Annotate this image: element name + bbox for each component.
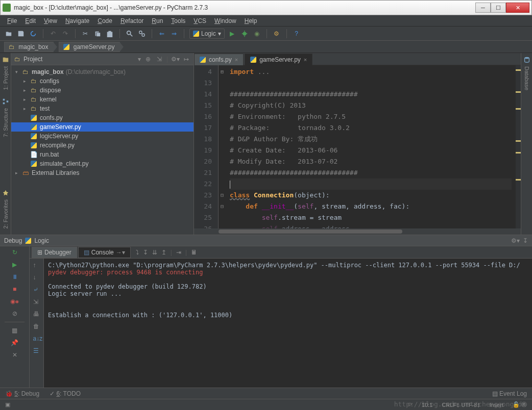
tree-item[interactable]: logicServer.py (11, 132, 194, 141)
filter-icon[interactable]: ☰ (33, 347, 40, 354)
help-icon[interactable]: ? (292, 29, 301, 38)
line-separator[interactable]: CRLF‡ UTF-8‡ (442, 402, 480, 408)
tree-item[interactable]: ▸🗀configs (11, 76, 194, 86)
paste-icon[interactable] (105, 29, 114, 38)
chevron-down-icon[interactable]: ▾ (138, 56, 141, 63)
warning-marker[interactable] (516, 179, 521, 181)
project-view-icon[interactable]: 🗀 (14, 56, 20, 63)
console-tab[interactable]: ▤ Console →▾ (78, 247, 131, 258)
run-button[interactable]: ▶ (228, 29, 237, 38)
back-icon[interactable]: ⇐ (157, 29, 166, 38)
menu-file[interactable]: File (3, 16, 21, 25)
collapse-icon[interactable]: ⇲ (155, 55, 163, 63)
close-tab-icon[interactable]: × (304, 57, 307, 63)
close-icon[interactable]: ✕ (11, 351, 19, 359)
save-icon[interactable] (16, 29, 26, 38)
tree-item[interactable]: ▾🗀magic_box(D:\clutter\magic_box) (11, 67, 194, 76)
maximize-button[interactable]: ☐ (491, 3, 506, 13)
hide-icon[interactable]: ↦ (182, 55, 190, 63)
menu-view[interactable]: View (40, 16, 61, 25)
open-icon[interactable] (4, 29, 13, 38)
code-area[interactable]: import ...##############################… (226, 65, 516, 228)
menu-tools[interactable]: Tools (167, 16, 189, 25)
step-out-icon[interactable]: ↥ (161, 249, 166, 256)
warning-marker[interactable] (516, 140, 521, 142)
find-icon[interactable] (125, 29, 134, 38)
event-log-button[interactable]: ▤ Event Log (492, 390, 527, 397)
tool-windows-icon[interactable]: ▣ (5, 401, 10, 408)
run-config-selector[interactable]: Logic ▾ (189, 29, 225, 39)
scroll-to-end-icon[interactable]: ⇲ (33, 298, 40, 305)
clear-icon[interactable]: 🗑 (33, 323, 40, 330)
settings-icon[interactable]: ⚙ (272, 29, 281, 38)
project-tree[interactable]: ▾🗀magic_box(D:\clutter\magic_box)▸🗀confi… (11, 65, 194, 235)
tree-item[interactable]: ▸🗀test (11, 104, 194, 113)
tree-item[interactable]: ▸🗀kernel (11, 95, 194, 104)
tree-item[interactable]: ▸🗀dispose (11, 86, 194, 95)
tree-item[interactable]: ▸🗃External Libraries (11, 168, 194, 177)
down-icon[interactable]: ↓ (33, 274, 40, 281)
editor-tab[interactable]: confs.py× (194, 54, 244, 65)
pin-icon[interactable]: 📌 (11, 339, 19, 347)
cut-icon[interactable]: ✂ (81, 29, 90, 38)
editor-tab[interactable]: gameServer.py× (245, 54, 312, 65)
tree-item[interactable]: gameServer.py (11, 122, 194, 132)
breadcrumb-item[interactable]: gameServer.py (59, 42, 120, 52)
menu-refactor[interactable]: Refactor (116, 16, 148, 25)
view-breakpoints-icon[interactable]: ◉◉ (11, 297, 19, 305)
console-output[interactable]: C:\Python27\python.exe "D:\program\PyCha… (44, 259, 532, 388)
scrollbar-thumb[interactable] (219, 229, 402, 234)
mute-breakpoints-icon[interactable]: ⊘ (11, 310, 19, 318)
close-button[interactable]: ✕ (506, 3, 529, 13)
menu-code[interactable]: Code (93, 16, 116, 25)
breadcrumb-item[interactable]: 🗀 magic_box (4, 42, 54, 52)
menu-window[interactable]: Window (210, 16, 240, 25)
editor-body[interactable]: 41314151617181920212223242526 ⊞⊟⊟ import… (194, 65, 521, 228)
force-step-into-icon[interactable]: ⇊ (152, 249, 157, 256)
favorites-tool-button[interactable]: 2: Favorites (2, 189, 9, 230)
debug-button[interactable] (240, 29, 249, 38)
stop-icon[interactable]: ■ (11, 285, 19, 293)
fold-column[interactable]: ⊞⊟⊟ (219, 65, 226, 228)
run-to-cursor-icon[interactable]: ⇥ (176, 249, 181, 256)
redo-icon[interactable]: ↷ (61, 29, 70, 38)
close-tab-icon[interactable]: × (235, 57, 238, 63)
replace-icon[interactable] (137, 29, 147, 38)
gear-icon[interactable]: ⚙▾ (511, 237, 520, 244)
hide-icon[interactable]: ↧ (523, 237, 528, 244)
menu-edit[interactable]: Edit (21, 16, 40, 25)
tree-item[interactable]: recompile.py (11, 141, 194, 150)
structure-tool-button[interactable]: 7: Structure (2, 98, 9, 139)
forward-icon[interactable]: ⇒ (170, 29, 179, 38)
sync-icon[interactable] (29, 29, 38, 38)
layout-icon[interactable]: ▦ (11, 326, 19, 335)
coverage-icon[interactable]: ◉ (252, 29, 261, 38)
undo-icon[interactable]: ↶ (49, 29, 58, 38)
tree-item[interactable]: 📄run.bat (11, 150, 194, 159)
evaluate-icon[interactable]: 🖩 (191, 249, 197, 256)
copy-icon[interactable] (93, 29, 102, 38)
print-icon[interactable]: 🖶 (33, 311, 40, 318)
error-stripe[interactable] (516, 65, 521, 228)
gear-icon[interactable]: ⚙▾ (171, 55, 179, 63)
step-into-icon[interactable]: ↧ (143, 249, 148, 256)
sort-icon[interactable]: a↓z (33, 335, 40, 342)
debugger-tab[interactable]: ⊞ Debugger (32, 247, 77, 258)
resume-icon[interactable]: ▶ (11, 261, 19, 269)
debug-tool-button[interactable]: 🐞 5: Debug (5, 390, 39, 397)
warning-marker[interactable] (516, 69, 521, 71)
step-over-icon[interactable]: ⤵ (136, 249, 139, 256)
project-tool-button[interactable]: 1: Project (2, 56, 9, 92)
tree-item[interactable]: confs.py (11, 113, 194, 122)
todo-tool-button[interactable]: ✓ 6: TODO (50, 390, 81, 397)
tab-menu-icon[interactable]: →▾ (116, 249, 125, 256)
up-icon[interactable]: ↑ (33, 262, 40, 269)
tree-item[interactable]: simulate_client.py (11, 159, 194, 168)
database-tool-button[interactable]: Database (523, 56, 530, 92)
pause-icon[interactable]: ⏸ (11, 273, 19, 281)
rerun-icon[interactable]: ↻ (11, 248, 19, 257)
minimize-button[interactable]: ─ (475, 3, 491, 13)
menu-vcs[interactable]: VCS (189, 16, 210, 25)
warning-marker[interactable] (516, 152, 521, 153)
warning-marker[interactable] (516, 91, 521, 93)
